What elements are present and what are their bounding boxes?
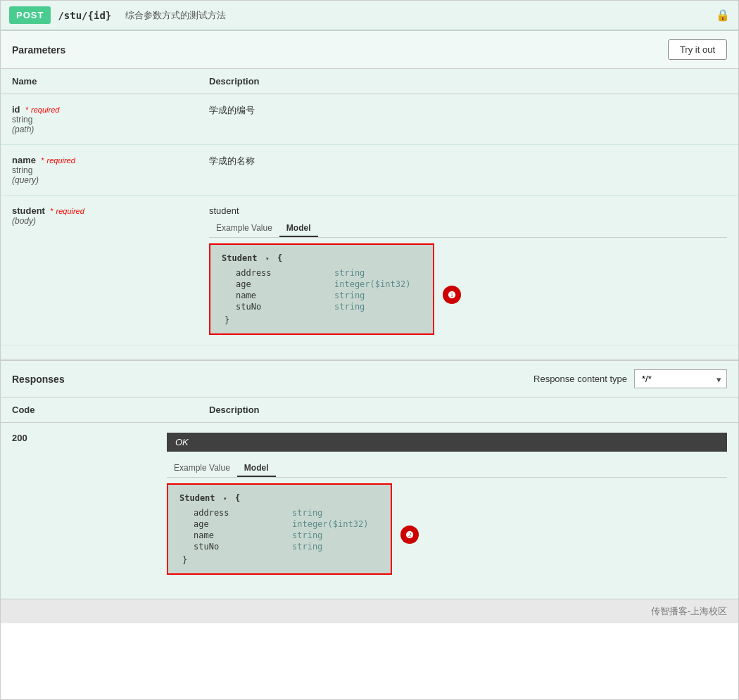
endpoint-description: 综合参数方式的测试方法 [125, 9, 226, 22]
param-name-col-name: name * required string (query) [12, 155, 209, 185]
resp-model-field-address: address string [179, 507, 379, 518]
resp-model-field-age: age integer($int32) [179, 518, 379, 530]
param-desc-name: 学成的名称 [209, 155, 727, 185]
col-code-header: Code [12, 405, 209, 415]
main-container: POST /stu/{id} 综合参数方式的测试方法 🔒 Parameters … [0, 0, 739, 700]
response-code-200: 200 [12, 433, 167, 575]
student-model-title: Student ▾ { [222, 253, 422, 263]
responses-title: Responses [12, 374, 65, 385]
param-name-name: name * required [12, 155, 209, 165]
try-it-out-button[interactable]: Try it out [668, 39, 727, 60]
param-location-student: (body) [12, 216, 209, 226]
col-name-header: Name [12, 76, 209, 87]
response-model-box: Student ▾ { address string age integer($… [167, 483, 392, 575]
parameters-title: Parameters [12, 44, 65, 56]
tab-example-value-student[interactable]: Example Value [209, 220, 279, 237]
method-badge: POST [9, 6, 51, 24]
chevron-down-icon: ▾ [265, 255, 270, 262]
student-model-area: Student ▾ { address string age integer($… [209, 243, 727, 335]
model-field-address: address string [222, 267, 422, 279]
parameters-section-header: Parameters Try it out [1, 30, 738, 69]
response-model-area: Student ▾ { address string age integer($… [167, 483, 727, 575]
chevron-down-icon-resp: ▾ [223, 495, 227, 502]
ok-badge: OK [167, 433, 727, 452]
response-row-200: 200 OK Example Value Model Student ▾ { a [1, 423, 738, 585]
response-model-tabs: Example Value Model [167, 460, 727, 478]
content-type-label: Response content type [533, 374, 627, 384]
param-name-col-id: id * required string (path) [12, 104, 209, 134]
content-type-select[interactable]: */* application/json text/plain [634, 369, 727, 388]
tab-model-response[interactable]: Model [237, 460, 276, 477]
model-field-age: age integer($int32) [222, 279, 422, 290]
param-name-id: id * required [12, 104, 209, 115]
param-row-student: student * required (body) student Exampl… [1, 196, 738, 345]
badge-2: ❷ [400, 526, 419, 544]
student-model-tabs: Example Value Model [209, 220, 727, 238]
student-model-box: Student ▾ { address string age integer($… [209, 243, 434, 335]
model-close-brace: } [222, 315, 422, 325]
param-description-student: student [209, 205, 727, 216]
param-location-id: (path) [12, 125, 209, 134]
param-name-col-student: student * required (body) [12, 205, 209, 335]
param-description-id: 学成的编号 [209, 104, 727, 117]
endpoint-bar: POST /stu/{id} 综合参数方式的测试方法 🔒 [1, 1, 738, 30]
param-location-name: (query) [12, 175, 209, 185]
model-field-name: name string [222, 290, 422, 301]
response-desc-200: OK Example Value Model Student ▾ { addre… [167, 433, 727, 575]
params-table-header: Name Description [1, 69, 738, 94]
parameters-area: Name Description id * required string (p… [1, 69, 738, 359]
resp-model-field-name: name string [179, 530, 379, 541]
badge-1: ❶ [443, 286, 461, 304]
col-description-header: Description [209, 76, 727, 87]
watermark: 传智播客-上海校区 [1, 599, 738, 623]
resp-model-field-stuNo: stuNo string [179, 541, 379, 552]
param-type-name: string [12, 165, 209, 175]
responses-section-header: Responses Response content type */* appl… [1, 359, 738, 397]
endpoint-path: /stu/{id} [58, 10, 111, 21]
param-type-id: string [12, 115, 209, 125]
param-name-student: student * required [12, 205, 209, 216]
content-type-select-wrapper[interactable]: */* application/json text/plain [634, 369, 727, 388]
model-field-stuNo: stuNo string [222, 301, 422, 312]
responses-area: Code Description 200 OK Example Value Mo… [1, 397, 738, 599]
response-table-header: Code Description [1, 397, 738, 423]
resp-model-close-brace: } [179, 555, 379, 565]
param-desc-student: student Example Value Model Student ▾ { … [209, 205, 727, 335]
col-response-desc-header: Description [209, 405, 727, 415]
response-model-title: Student ▾ { [179, 493, 379, 503]
param-row-id: id * required string (path) 学成的编号 [1, 94, 738, 145]
response-content-type-control: Response content type */* application/js… [533, 369, 727, 388]
tab-example-value-response[interactable]: Example Value [167, 460, 237, 477]
param-description-name: 学成的名称 [209, 155, 727, 167]
param-desc-id: 学成的编号 [209, 104, 727, 134]
lock-icon: 🔒 [716, 8, 730, 22]
param-row-name: name * required string (query) 学成的名称 [1, 145, 738, 196]
tab-model-student[interactable]: Model [279, 220, 318, 237]
